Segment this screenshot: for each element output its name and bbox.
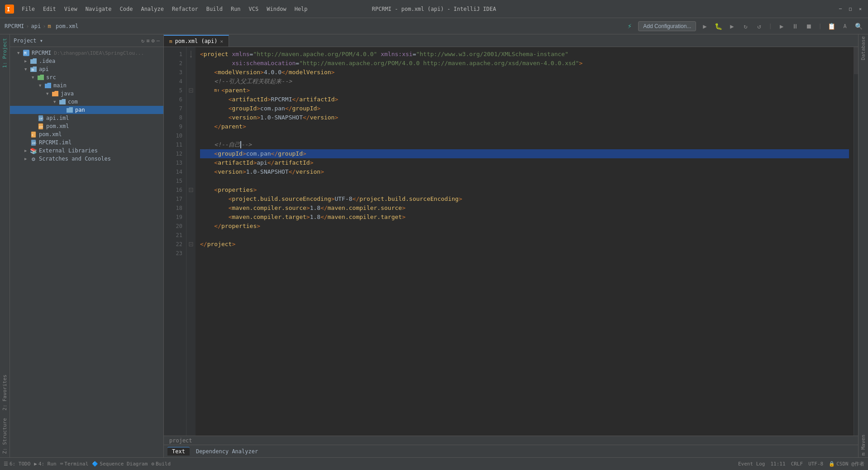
breadcrumb-file[interactable]: m pom.xml [48,23,79,29]
event-log-status[interactable]: Event Log [738,461,765,467]
coverage-button[interactable]: ▶ [727,21,737,31]
tree-item-external-libraries[interactable]: ▶ 📚 External Libraries [10,147,163,155]
line-ending-status[interactable]: CRLF [791,461,803,467]
tab-label: pom.xml (api) [175,38,218,44]
sidebar-tab-maven[interactable]: m Maven [858,433,868,457]
sidebar-tab-favorites[interactable]: 2: Favorites [0,371,9,414]
sequence-icon: 🔷 [92,461,98,467]
main-folder-icon [44,82,52,89]
search-everywhere-icon[interactable]: 🔍 [854,21,863,31]
minimize-button[interactable]: ─ [837,6,844,12]
tree-item-idea[interactable]: ▶ .idea [10,57,163,65]
cursor-position-status[interactable]: 11:11 [771,461,786,467]
event-log-label: Event Log [738,461,765,467]
tab-text[interactable]: Text [167,447,190,456]
todo-status[interactable]: ☰ 6: TODO [4,461,30,467]
code-line-20: </properties> [200,222,849,231]
menu-build[interactable]: Build [203,5,226,14]
code-line-9: </parent> [200,122,849,131]
pause-button[interactable]: ⏸ [790,21,800,31]
sequence-diagram-status[interactable]: 🔷 Sequence Diagram [92,461,148,467]
tab-pom-xml-api[interactable]: m pom.xml (api) ✕ [164,35,229,47]
main-content: 1: Project 2: Favorites Z: Structure Pro… [0,34,868,457]
tree-item-scratches[interactable]: ▶ ⚙ Scratches and Consoles [10,155,163,163]
status-bar-left: ☰ 6: TODO ▶ 4: Run ⌨ Terminal 🔷 Sequence… [4,461,171,467]
menu-edit[interactable]: Edit [39,5,60,14]
menu-file[interactable]: File [18,5,38,14]
line-numbers: 1 2 3 4 5 6 7 8 9 10 11 12 13 14 15 16 1… [164,47,186,436]
gutter-fold-22[interactable] [186,240,196,249]
encoding-status[interactable]: UTF-8 [808,461,823,467]
sidebar-tab-structure[interactable]: Z: Structure [0,414,9,457]
menu-help[interactable]: Help [291,5,311,14]
code-line-4: <!--引入父工程关联起来--> [200,77,849,86]
tree-item-rpcrmi-iml[interactable]: iml RPCRMI.iml [10,138,163,147]
tree-item-com[interactable]: ▼ com [10,98,163,106]
tree-item-api-iml[interactable]: iml api.iml [10,114,163,122]
hide-icon[interactable]: — [157,38,160,44]
encoding: UTF-8 [808,461,823,467]
build-label: Build [156,461,171,467]
sidebar-tab-project[interactable]: 1: Project [0,34,9,71]
maximize-button[interactable]: □ [847,6,854,12]
play-button[interactable]: ▶ [777,21,787,31]
stop-button[interactable]: ⏹ [804,21,814,31]
lock-label: CSDN @作者 [836,461,864,467]
code-editor[interactable]: 1 2 3 4 5 6 7 8 9 10 11 12 13 14 15 16 1… [164,47,858,436]
menu-refactor[interactable]: Refactor [168,5,202,14]
code-content[interactable]: <project xmlns="http://maven.apache.org/… [196,47,854,436]
tree-item-java[interactable]: ▼ java [10,90,163,98]
code-line-3: <modelVersion>4.0.0</modelVersion> [200,68,849,77]
sync-icon[interactable]: ↻ [141,38,144,44]
terminal-icon: ⌨ [60,461,63,467]
menu-run[interactable]: Run [227,5,244,14]
filter-icon[interactable]: ≡ [146,38,149,44]
gutter-fold-5[interactable] [186,86,196,95]
iml-file-icon: iml [37,114,44,122]
code-line-2: xsi:schemaLocation="http://maven.apache.… [200,59,849,68]
breadcrumb-file-icon: m [48,23,51,29]
tree-item-src[interactable]: ▼ src [10,73,163,81]
debug-button[interactable]: 🐛 [713,21,723,31]
root-pom-icon: m [30,131,37,138]
run-status[interactable]: ▶ 4: Run [34,461,56,467]
minimap[interactable] [854,47,858,436]
tree-item-api[interactable]: ▼ m api [10,65,163,73]
add-configuration-button[interactable]: Add Configuration... [638,21,696,31]
tree-item-rpcrmi[interactable]: ▼ M RPCRMI D:\zhangpan\IDEA\SpringClou..… [10,49,163,57]
fold-icon-5[interactable]: m↑ [214,86,219,95]
terminal-status[interactable]: ⌨ Terminal [60,461,89,467]
right-sidebar: Database m Maven [858,34,868,457]
tree-item-main[interactable]: ▼ main [10,81,163,90]
menu-vcs[interactable]: VCS [245,5,262,14]
todo-icon: ☰ [4,461,8,467]
run-button[interactable]: ▶ [700,21,710,31]
code-line-11: <!--自己--> [200,140,849,149]
build-status[interactable]: ⚙ Build [151,461,171,467]
lightning-icon: ⚡ [625,21,634,31]
breadcrumb-module[interactable]: api [31,23,41,29]
menu-view[interactable]: View [61,5,81,14]
profile-button[interactable]: ↻ [740,21,750,31]
gutter-fold-16[interactable] [186,185,196,195]
gutter-fold-1[interactable] [186,50,196,59]
close-button[interactable]: ✕ [857,6,863,12]
project-panel: Project ▾ ↻ ≡ ⚙ — ▼ M RPCRMI D:\zhangpan… [10,34,164,457]
tab-dependency-analyzer[interactable]: Dependency Analyzer [191,447,262,456]
menu-code[interactable]: Code [116,5,137,14]
settings-icon[interactable]: ⚙ [152,38,155,44]
cursor-position: 11:11 [771,461,786,467]
menu-navigate[interactable]: Navigate [82,5,115,14]
menu-analyze[interactable]: Analyze [137,5,167,14]
git-icon[interactable]: 📋 [826,21,836,31]
sidebar-tab-database[interactable]: Database [858,34,868,62]
translate-icon[interactable]: A [840,21,850,31]
menu-window[interactable]: Window [263,5,290,14]
breadcrumb-project[interactable]: RPCRMI [5,23,24,29]
tree-item-pan[interactable]: pan [10,106,163,114]
tree-item-root-pom[interactable]: m pom.xml [10,130,163,138]
reload-button[interactable]: ↺ [754,21,764,31]
code-line-16: <properties> [200,185,849,195]
tab-close-button[interactable]: ✕ [220,38,224,44]
tree-item-api-pom[interactable]: pom pom.xml [10,122,163,130]
